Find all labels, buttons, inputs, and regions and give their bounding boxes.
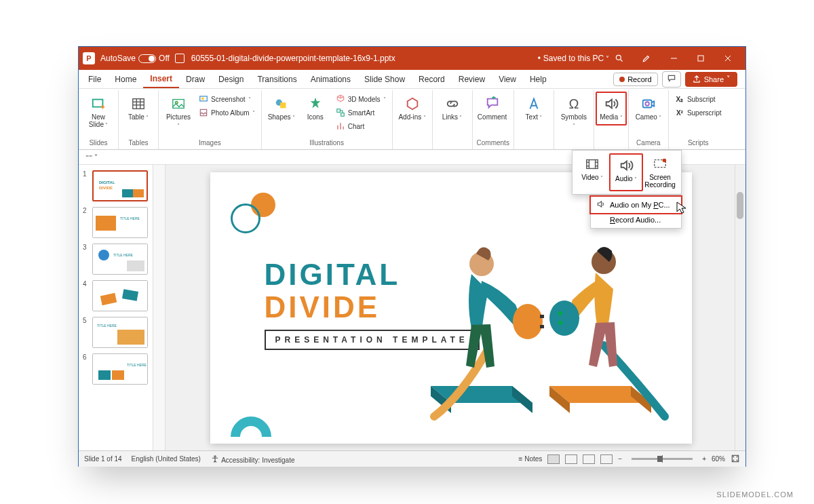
comment-icon (484, 96, 501, 112)
record-button[interactable]: Record (613, 73, 657, 86)
photo-album-icon (199, 108, 208, 117)
text-button[interactable]: Text (518, 93, 549, 124)
canvas-vertical-scrollbar[interactable] (735, 165, 745, 450)
svg-text:TITLE HERE: TITLE HERE (127, 363, 147, 367)
photo-album-button[interactable]: Photo Album (197, 106, 257, 119)
ribbon-group-comments: Comment Comments (473, 90, 514, 149)
zoom-slider-handle[interactable] (657, 456, 662, 462)
reading-view-button[interactable] (583, 454, 595, 464)
thumbnail-number: 2 (83, 207, 90, 214)
language-indicator[interactable]: English (United States) (132, 455, 201, 463)
menu-tab-review[interactable]: Review (452, 71, 492, 88)
new-slide-label: New Slide (84, 113, 113, 129)
comment-button[interactable]: Comment (477, 93, 508, 123)
record-dot-icon (619, 77, 625, 82)
symbols-button[interactable]: Ω Symbols (558, 93, 589, 132)
accessibility-checker[interactable]: Accessibility: Investigate (210, 454, 295, 464)
slide-title-line2[interactable]: DIVIDE (265, 290, 381, 324)
addins-button[interactable]: Add-ins (397, 93, 428, 124)
slide-thumbnail[interactable]: DIGITALDIVIDE (92, 170, 148, 201)
icons-button[interactable]: Icons (300, 93, 331, 123)
record-audio-item[interactable]: Record Audio... (591, 213, 681, 227)
screenshot-button[interactable]: Screenshot (197, 93, 257, 105)
screen-recording-button[interactable]: Screen Recording (643, 153, 677, 191)
svg-point-65 (558, 321, 562, 325)
svg-line-1 (621, 60, 623, 62)
pen-mode-button[interactable] (636, 49, 657, 68)
share-button[interactable]: Share ˅ (685, 72, 737, 87)
notes-button[interactable]: ≡ Notes (519, 455, 543, 463)
svg-point-75 (214, 455, 216, 457)
ribbon: New Slide Slides Table Tables Pictures (79, 89, 745, 150)
pictures-button[interactable]: Pictures (163, 93, 194, 132)
superscript-button[interactable]: X²Superscript (673, 106, 724, 119)
cameo-button[interactable]: Cameo (633, 93, 664, 124)
slide-counter[interactable]: Slide 1 of 14 (84, 455, 122, 463)
smartart-button[interactable]: SmartArt (334, 106, 388, 119)
menu-tab-design[interactable]: Design (212, 71, 250, 88)
slide-sorter-view-button[interactable] (565, 454, 577, 464)
3d-models-button[interactable]: 3D Models (334, 93, 388, 105)
slide-thumbnail[interactable] (92, 280, 148, 311)
menu-tab-slide-show[interactable]: Slide Show (357, 71, 412, 88)
document-filename[interactable]: 60555-01-digital-divide-powerpoint-templ… (191, 54, 538, 63)
table-button[interactable]: Table (123, 93, 154, 124)
menu-tab-view[interactable]: View (492, 71, 523, 88)
thumbnail-row: 1DIGITALDIVIDE (79, 168, 153, 204)
zoom-out-button[interactable]: − (618, 455, 622, 463)
autosave-toggle[interactable]: AutoSave Off (100, 54, 170, 63)
svg-point-59 (513, 304, 543, 339)
menu-tab-help[interactable]: Help (523, 71, 554, 88)
media-button[interactable]: Media (596, 92, 627, 125)
menu-tab-draw[interactable]: Draw (179, 71, 212, 88)
normal-view-button[interactable] (547, 454, 560, 464)
menu-tab-home[interactable]: Home (108, 71, 143, 88)
fit-to-window-button[interactable] (731, 454, 740, 465)
menu-tab-animations[interactable]: Animations (304, 71, 357, 88)
addins-icon (404, 96, 421, 112)
menu-tab-transitions[interactable]: Transitions (250, 71, 303, 88)
slide-title-line1[interactable]: DIGITAL (265, 258, 401, 292)
video-button[interactable]: Video (575, 153, 609, 191)
shapes-button[interactable]: Shapes (266, 93, 297, 124)
scrollbar-thumb[interactable] (737, 192, 743, 219)
toggle-switch-icon[interactable] (138, 54, 156, 63)
audio-button[interactable]: Audio (609, 153, 643, 191)
save-status[interactable]: Saved to this PC (543, 54, 609, 63)
slide-thumbnail[interactable]: TITLE HERE (92, 207, 148, 238)
ribbon-group-images: Pictures Screenshot Photo Album Images (159, 90, 262, 149)
svg-rect-50 (112, 370, 124, 380)
zoom-in-button[interactable]: + (702, 455, 706, 463)
slide-thumbnail[interactable]: TITLE HERE (92, 244, 148, 275)
search-button[interactable] (609, 49, 629, 68)
menu-tab-file[interactable]: File (81, 71, 108, 88)
slideshow-view-button[interactable] (600, 454, 613, 464)
zoom-level[interactable]: 60% (712, 455, 725, 463)
zoom-slider[interactable] (632, 458, 693, 460)
decor-ring-teal (231, 203, 260, 233)
shapes-label: Shapes (268, 113, 295, 121)
slide-thumbnail-panel[interactable]: 1DIGITALDIVIDE2TITLE HERE3TITLE HERE45TI… (79, 165, 153, 450)
close-button[interactable] (714, 49, 741, 68)
window-controls (609, 49, 741, 68)
audio-on-my-pc-item[interactable]: Audio on My PC... (589, 195, 682, 214)
customize-qat-button[interactable]: ⁼⁼ ˅ (83, 152, 100, 162)
subscript-button[interactable]: X₂Subscript (673, 93, 724, 105)
slide-thumbnail[interactable]: TITLE HERE (92, 317, 148, 348)
new-slide-button[interactable]: New Slide (83, 93, 114, 132)
smartart-icon (336, 108, 345, 117)
title-bar: P AutoSave Off 60555-01-digital-divide-p… (79, 47, 745, 70)
minimize-button[interactable] (660, 49, 687, 68)
maximize-button[interactable] (687, 49, 714, 68)
menu-tab-insert[interactable]: Insert (143, 71, 179, 88)
chart-label: Chart (348, 123, 364, 130)
links-button[interactable]: Links (437, 93, 468, 124)
menu-tab-record[interactable]: Record (412, 71, 452, 88)
slide-thumbnail[interactable]: TITLE HERE (92, 353, 148, 385)
save-icon[interactable] (175, 54, 185, 63)
chart-icon (336, 121, 345, 131)
chart-button[interactable]: Chart (334, 120, 388, 132)
svg-point-74 (663, 159, 667, 163)
comments-pane-button[interactable] (662, 71, 681, 88)
slide-illustration[interactable] (414, 227, 672, 423)
